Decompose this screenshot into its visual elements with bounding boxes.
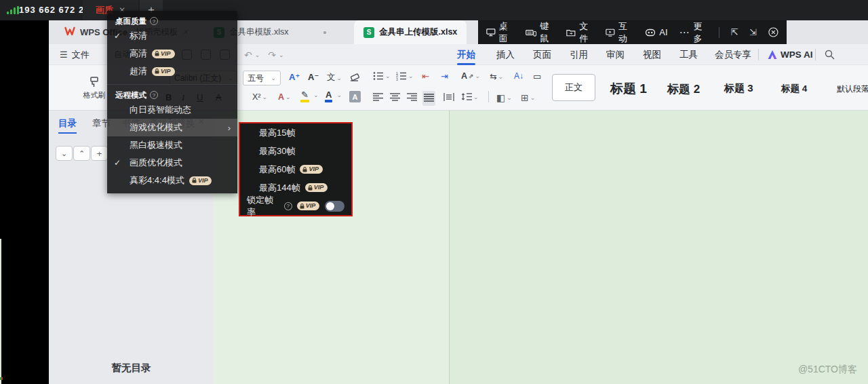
help-icon[interactable]: ? [284,202,292,210]
lock-framerate-toggle[interactable] [325,201,344,212]
menu-item-game-mode[interactable]: 游戏优化模式 › [107,119,237,136]
phonetic-guide-button[interactable]: 文 ⌄ [327,72,342,83]
menu-item-smart-dynamic[interactable]: 向日葵智能动态 [107,101,237,119]
ribbon-tab-view[interactable]: 视图 [642,44,663,65]
sort-icon[interactable]: A↓ [514,71,524,81]
divider [758,49,759,60]
eraser-icon[interactable] [349,71,360,82]
menu-item-truecolor-mode[interactable]: 真彩4:4:4模式 VIP [107,172,237,189]
sidebar-tab-contents[interactable]: 目录 [58,117,77,134]
wps-ai-button[interactable]: WPS AI [766,44,814,65]
menu-item-bw-speed-mode[interactable]: 黑白极速模式 [107,136,237,154]
justify-button[interactable] [422,91,435,106]
shading-icon: ◧ [496,92,505,103]
increase-font-button[interactable]: A⁺ [289,72,300,82]
ruler-icon[interactable]: ▭ [533,71,541,81]
decrease-indent-icon[interactable]: ⇤ [422,71,429,81]
check-icon: ✓ [114,31,130,41]
borders-icon: ⊞ [521,92,529,103]
add-heading-button[interactable]: + [91,146,108,161]
search-icon[interactable] [825,50,835,60]
expand-all-button[interactable]: ⌃ [73,146,90,161]
chevron-down-icon[interactable]: ⌄ [255,52,260,58]
font-size-select[interactable]: 五号 ⌄ [243,71,281,85]
keyboard-mouse-icon [526,28,536,37]
collapse-all-button[interactable]: ⌄ [56,146,73,161]
file-menu-button[interactable]: ☰ 文件 [60,44,90,65]
ribbon-tab-page[interactable]: 页面 [532,44,553,65]
more-button[interactable]: ⋯ 更多 [679,20,707,45]
redo-icon[interactable]: ↷ [268,50,276,60]
ribbon-tab-tools[interactable]: 工具 [678,44,699,65]
left-edge-strip [0,239,1,384]
help-icon[interactable]: ? [150,17,158,25]
submenu-item-15fps[interactable]: 最高15帧 [240,123,351,142]
divider [815,49,816,60]
keyboard-mouse-button[interactable]: 键鼠 [526,20,555,45]
font-color-button[interactable]: A ⌄ [326,91,342,99]
robot-icon [645,27,656,37]
style-heading3[interactable]: 标题 3 [724,82,753,95]
distribute-icon[interactable] [443,93,454,101]
ribbon-tab-insert[interactable]: 插入 [495,44,516,65]
text-effects-button[interactable]: A ⌄ [278,92,291,102]
style-heading4[interactable]: 标题 4 [781,83,807,95]
file-transfer-button[interactable]: 文件 [566,20,594,45]
numbered-list-button[interactable]: 123 ⌄ [396,71,414,81]
divider [107,84,237,85]
chevron-down-icon: ⌄ [337,75,342,81]
bullet-list-button[interactable]: ⌄ [373,71,391,81]
shading-button[interactable]: ◧ ⌄ [496,92,512,103]
vip-badge: VIP [152,50,175,58]
align-left-icon[interactable] [373,93,383,101]
vip-badge: VIP [300,165,323,174]
submenu-item-lock-framerate[interactable]: 锁定帧率 ? VIP [240,197,351,215]
submenu-item-30fps[interactable]: 最高30帧 [240,142,351,160]
chevron-down-icon: ⌄ [336,92,342,98]
wps-ai-logo-icon [768,50,777,59]
desktop-button[interactable]: 桌面 [486,20,514,45]
style-heading1[interactable]: 标题 1 [610,80,647,98]
style-default-paragraph[interactable]: 默认段落 [837,83,868,95]
fullscreen-icon[interactable]: ⇱ [730,27,738,37]
doc-tab-upload-template[interactable]: S 金具串上传模版.xlsx [354,20,467,44]
undo-icon[interactable]: ↶ [244,50,252,60]
line-spacing-button[interactable]: ⌄ [461,92,479,101]
borders-button[interactable]: ⊞ ⌄ [521,92,535,103]
signal-strength-icon [7,6,19,14]
close-toolbar-icon[interactable] [768,26,778,38]
highlight-button[interactable]: ✎ ⌄ [301,91,318,99]
decrease-font-button[interactable]: A⁻ [308,72,319,82]
help-icon[interactable]: ? [150,91,158,99]
unsaved-dot-icon: • [323,27,327,38]
ai-button[interactable]: AI [645,27,667,37]
ribbon-tab-review[interactable]: 审阅 [605,44,626,65]
menu-item-uhd[interactable]: 超清 VIP [107,62,237,80]
text-direction-button[interactable]: A⇗ ⌄ [461,71,480,81]
align-center-icon[interactable] [390,93,400,101]
submenu-item-60fps[interactable]: 最高60帧 VIP [240,160,351,178]
swap-icon: ⇆ [490,71,496,81]
chevron-down-icon[interactable]: ⌄ [279,52,284,58]
superscript-button[interactable]: X² ⌄ [252,92,267,102]
ribbon-tab-member[interactable]: 会员专享 [713,44,753,65]
corner-pixel-artifact [0,377,3,380]
divider [719,27,719,38]
menu-item-quality-mode[interactable]: ✓ 画质优化模式 [107,154,237,172]
ribbon-tab-home[interactable]: 开始 [456,44,477,65]
increase-indent-icon[interactable]: ⇥ [441,71,448,81]
style-normal[interactable]: 正文 [552,74,595,101]
menu-item-sd[interactable]: ✓ 标清 [107,27,237,45]
character-shading-button[interactable]: A [349,91,361,102]
align-right-icon[interactable] [407,93,417,101]
minimize-window-icon[interactable]: ⇲ [749,27,757,37]
style-heading2[interactable]: 标题 2 [667,81,700,97]
lock-icon [300,204,304,209]
wps-logo-icon [64,26,76,37]
wrap-button[interactable]: ⇆ ⌄ [490,71,503,81]
lock-icon [192,178,197,183]
interact-button[interactable]: 互动 [606,20,633,45]
menu-item-hd[interactable]: 高清 VIP [107,45,237,62]
chevron-down-icon: ⌄ [475,73,481,79]
ribbon-tab-reference[interactable]: 引用 [568,44,589,65]
